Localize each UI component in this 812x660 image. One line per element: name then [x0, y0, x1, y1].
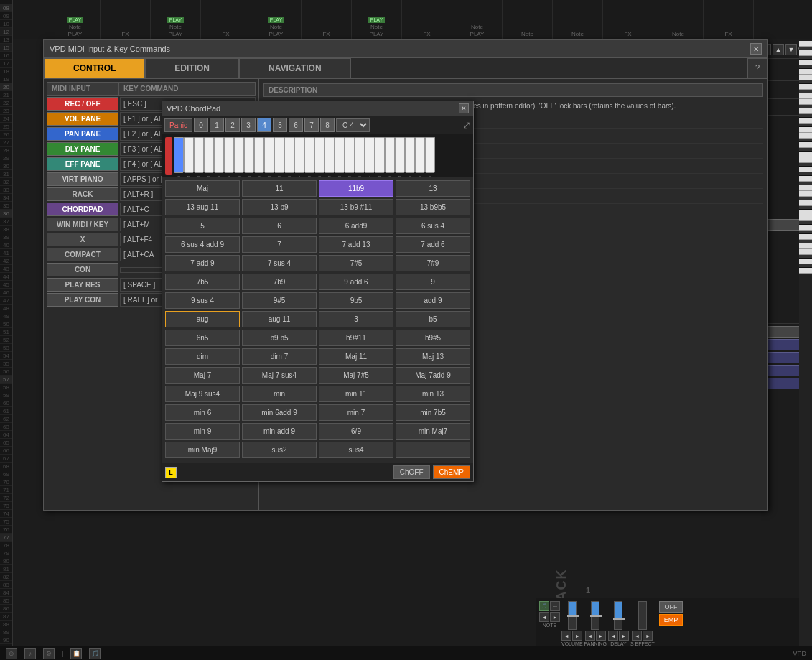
pan-left-btn[interactable]: ◄ — [585, 631, 595, 641]
chord-7s5[interactable]: 7#5 — [319, 255, 393, 271]
track-play-btn-4[interactable]: PLAY — [368, 17, 385, 23]
chord-9sus4[interactable]: 9 sus 4 — [165, 292, 240, 309]
cmd-rack[interactable]: RACK — [47, 187, 118, 201]
chord-13b9b5[interactable]: 13 b9b5 — [396, 199, 470, 215]
chord-maj[interactable]: Maj — [165, 180, 240, 197]
chord-7s9[interactable]: 7#9 — [396, 255, 470, 271]
piano-key-e7[interactable] — [405, 137, 415, 173]
scroll-up-btn[interactable]: ▲ — [773, 44, 784, 55]
cmd-rec-off[interactable]: REC / OFF — [47, 97, 118, 111]
track-play-btn-3[interactable]: PLAY — [268, 17, 284, 23]
vol-right-btn[interactable]: ► — [572, 631, 582, 641]
piano-key-d6[interactable] — [325, 137, 335, 173]
chord-69[interactable]: 6/9 — [319, 423, 393, 440]
chord-3[interactable]: 3 — [319, 311, 393, 327]
tab-help[interactable]: ? — [747, 58, 767, 78]
chord-sus4[interactable]: sus4 — [319, 442, 393, 458]
chord-add9[interactable]: add 9 — [396, 292, 470, 309]
piano-key-b5[interactable] — [304, 137, 314, 173]
track-play-btn-note[interactable]: PLAY — [67, 17, 83, 23]
piano-key-c6[interactable] — [314, 137, 325, 173]
chord-7b5[interactable]: 7b5 — [165, 274, 240, 290]
piano-key-g6[interactable] — [355, 137, 365, 173]
chord-min9[interactable]: min 9 — [165, 423, 240, 440]
cmd-dly-pane[interactable]: DLY PANE — [47, 142, 118, 156]
tab-edition[interactable]: EDITION — [145, 58, 239, 78]
chord-9b5[interactable]: 9b5 — [319, 292, 393, 309]
chord-7[interactable]: 7 — [242, 236, 317, 253]
chord-b9s11[interactable]: b9#11 — [319, 330, 393, 346]
octave-4[interactable]: 4 — [257, 118, 271, 132]
chord-dim7[interactable]: dim 7 — [242, 348, 317, 365]
delay-right-btn[interactable]: ► — [619, 631, 629, 641]
chord-7add9[interactable]: 7 add 9 — [165, 255, 240, 271]
piano-key-c7[interactable] — [385, 137, 395, 173]
chord-6sus4[interactable]: 6 sus 4 — [396, 218, 470, 234]
piano-key-e6[interactable] — [335, 137, 345, 173]
chord-13aug11[interactable]: 13 aug 11 — [165, 199, 240, 215]
chord-maj7add9[interactable]: Maj 7add 9 — [396, 367, 470, 384]
chord-min[interactable]: min — [242, 386, 317, 402]
chord-aug[interactable]: aug — [165, 311, 240, 327]
status-icon-2[interactable]: ♪ — [24, 648, 36, 659]
chord-9s5[interactable]: 9#5 — [242, 292, 317, 309]
piano-key-a5[interactable] — [294, 137, 304, 173]
note-right-btn[interactable]: ► — [550, 612, 560, 622]
delay-left-btn[interactable]: ◄ — [608, 631, 618, 641]
chord-9add6[interactable]: 9 add 6 — [319, 274, 393, 290]
chord-6[interactable]: 6 — [242, 218, 317, 234]
chord-min7[interactable]: min 7 — [319, 404, 393, 421]
status-icon-4[interactable]: 📋 — [70, 648, 82, 659]
chord-sus2[interactable]: sus2 — [242, 442, 317, 458]
piano-key-a4[interactable] — [224, 137, 234, 173]
chord-minmaj9[interactable]: min Maj9 — [165, 442, 240, 458]
effect-right-btn[interactable]: ► — [643, 631, 653, 641]
chord-b9b5[interactable]: b9 b5 — [242, 330, 317, 346]
note-left-btn[interactable]: ◄ — [539, 612, 549, 622]
panic-button[interactable]: Panic — [164, 118, 192, 132]
chord-6add9[interactable]: 6 add9 — [319, 218, 393, 234]
chord-7add13[interactable]: 7 add 13 — [319, 236, 393, 253]
cmd-play-con[interactable]: PLAY CON — [47, 293, 118, 307]
chord-min11[interactable]: min 11 — [319, 386, 393, 402]
piano-key-g4[interactable] — [214, 137, 224, 173]
chord-9[interactable]: 9 — [396, 274, 470, 290]
piano-key-g5[interactable] — [284, 137, 294, 173]
note-icon-btn[interactable]: 🎵 — [539, 601, 549, 611]
tab-control[interactable]: CONTROL — [44, 58, 145, 78]
piano-key-d7[interactable] — [395, 137, 405, 173]
chord-min13[interactable]: min 13 — [396, 386, 470, 402]
chord-b5[interactable]: b5 — [396, 311, 470, 327]
piano-key-b6[interactable] — [375, 137, 385, 173]
note-dots-btn[interactable]: ··· — [550, 601, 560, 611]
chord-min7b5[interactable]: min 7b5 — [396, 404, 470, 421]
piano-key-f6[interactable] — [345, 137, 355, 173]
chord-maj7[interactable]: Maj 7 — [165, 367, 240, 384]
chord-b9s5[interactable]: b9#5 — [396, 330, 470, 346]
chord-minadd9[interactable]: min add 9 — [242, 423, 317, 440]
piano-key-b4[interactable] — [234, 137, 244, 173]
chord-13[interactable]: 13 — [396, 180, 470, 197]
octave-7[interactable]: 7 — [304, 118, 319, 132]
piano-expand-icon[interactable]: ⤢ — [462, 119, 471, 131]
piano-key-a6[interactable] — [365, 137, 375, 173]
chord-minmaj7[interactable]: min Maj7 — [396, 423, 470, 440]
octave-0[interactable]: 0 — [194, 118, 208, 132]
chord-min6[interactable]: min 6 — [165, 404, 240, 421]
piano-key-c4[interactable] — [174, 137, 184, 173]
piano-key-e5[interactable] — [264, 137, 274, 173]
off-button[interactable]: OFF — [659, 601, 683, 613]
cmd-x[interactable]: X — [47, 233, 118, 246]
key-range-select[interactable]: C-4 C-3 C-5 — [336, 118, 370, 132]
octave-5[interactable]: 5 — [273, 118, 287, 132]
cmd-virt-piano[interactable]: VIRT PIANO — [47, 172, 118, 186]
piano-key-c5[interactable] — [244, 137, 254, 173]
cmd-vol-pane[interactable]: VOL PANE — [47, 112, 118, 126]
volume-fader[interactable] — [568, 601, 577, 630]
effect-fader[interactable] — [638, 601, 647, 630]
piano-key-f7[interactable] — [415, 137, 425, 173]
chord-11b9[interactable]: 11b9 — [319, 180, 393, 197]
pan-right-btn[interactable]: ► — [596, 631, 606, 641]
chord-7b9[interactable]: 7b9 — [242, 274, 317, 290]
chemp-button[interactable]: ChEMP — [433, 465, 470, 479]
